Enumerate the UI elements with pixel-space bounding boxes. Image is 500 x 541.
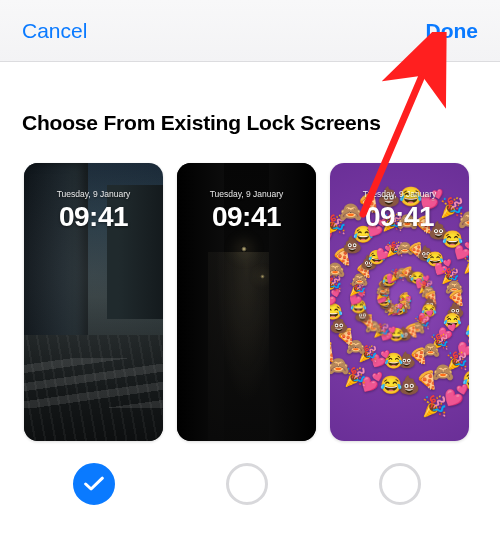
done-button[interactable]: Done: [426, 19, 479, 43]
lockscreen-thumbnail-3[interactable]: Tuesday, 9 January 09:41 🍕💩😂💕🎉🙈🍕💩😂💕🎉🙈🍕💩😂…: [330, 163, 469, 441]
section-heading: Choose From Existing Lock Screens: [22, 111, 482, 135]
lockscreen-slot: Tuesday, 9 January 09:41 🍕💩😂💕🎉🙈🍕💩😂💕🎉🙈🍕💩😂…: [330, 163, 469, 505]
select-radio-1[interactable]: [73, 463, 115, 505]
thumb-time: 09:41: [24, 201, 163, 233]
lockscreen-slot: Tuesday, 9 January 09:41: [177, 163, 316, 505]
thumb-date: Tuesday, 9 January: [330, 189, 469, 199]
lockscreen-thumbnail-1[interactable]: Tuesday, 9 January 09:41: [24, 163, 163, 441]
select-radio-2[interactable]: [226, 463, 268, 505]
thumb-time: 09:41: [177, 201, 316, 233]
content: Choose From Existing Lock Screens Tuesda…: [0, 62, 500, 505]
thumb-date: Tuesday, 9 January: [24, 189, 163, 199]
navbar: Cancel Done: [0, 0, 500, 62]
lockscreen-row: Tuesday, 9 January 09:41 Tuesday, 9 Janu…: [24, 163, 482, 505]
checkmark-icon: [84, 476, 104, 492]
lockscreen-slot: Tuesday, 9 January 09:41: [24, 163, 163, 505]
cancel-button[interactable]: Cancel: [22, 19, 87, 43]
thumb-date: Tuesday, 9 January: [177, 189, 316, 199]
thumb-time: 09:41: [330, 201, 469, 233]
select-radio-3[interactable]: [379, 463, 421, 505]
lockscreen-thumbnail-2[interactable]: Tuesday, 9 January 09:41: [177, 163, 316, 441]
